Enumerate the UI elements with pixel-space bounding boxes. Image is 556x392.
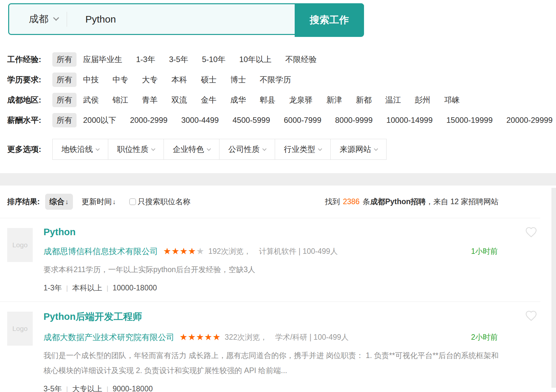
- filter-option[interactable]: 5-10年: [202, 54, 225, 65]
- scrollbar[interactable]: [551, 188, 556, 388]
- company-logo: Logo: [7, 312, 33, 346]
- filter-option[interactable]: 10000-14999: [386, 116, 432, 125]
- search-jobs-button[interactable]: 搜索工作: [295, 3, 364, 37]
- star-icon: ★: [163, 246, 171, 256]
- rating-stars: ★★★★★: [180, 333, 221, 342]
- company-line: 成都思博信科信息技术有限公司 ★★★★★ 192次浏览， 计算机软件 | 100…: [43, 246, 540, 257]
- filter-rows: 工作经验:所有应届毕业生1-3年3-5年5-10年10年以上不限经验学历要求:所…: [7, 49, 556, 130]
- chevron-down-icon: [262, 147, 267, 151]
- summary-unit: 条: [363, 197, 370, 206]
- filter-option[interactable]: 1-3年: [136, 54, 155, 65]
- filter-option[interactable]: 2000-2999: [130, 116, 167, 125]
- more-options-dropdown[interactable]: 公司性质: [219, 139, 275, 159]
- filter-option[interactable]: 新津: [326, 95, 342, 105]
- chevron-down-icon: [207, 147, 211, 151]
- filter-option[interactable]: 郫县: [260, 95, 275, 105]
- filter-option[interactable]: 金牛: [201, 95, 217, 105]
- sort-option[interactable]: 更新时间↓: [78, 194, 120, 210]
- job-title-link[interactable]: Python: [43, 227, 76, 237]
- filter-option[interactable]: 温江: [385, 95, 401, 105]
- filter-row: 学历要求:所有中技中专大专本科硕士博士不限学历: [7, 70, 556, 90]
- more-options-dropdown[interactable]: 行业类型: [275, 139, 331, 159]
- chevron-down-icon: [96, 147, 100, 151]
- filter-option[interactable]: 6000-7999: [284, 116, 321, 125]
- job-list: Logo Python 成都思博信科信息技术有限公司 ★★★★★ 192次浏览，…: [0, 218, 540, 392]
- sort-arrow-icon: ↓: [65, 198, 69, 206]
- filter-option[interactable]: 青羊: [142, 95, 158, 105]
- filter-option[interactable]: 所有: [52, 73, 77, 87]
- filter-option[interactable]: 所有: [52, 52, 77, 67]
- more-options-dropdown[interactable]: 企业特色: [164, 139, 219, 159]
- filter-option[interactable]: 博士: [230, 74, 246, 85]
- filter-label: 薪酬水平:: [7, 115, 52, 125]
- filter-option[interactable]: 不限经验: [285, 54, 317, 65]
- filter-row: 成都地区:所有武侯锦江青羊双流金牛成华郫县龙泉驿新津新都温江彭州邛崃: [7, 90, 556, 110]
- filter-option[interactable]: 10年以上: [239, 54, 271, 65]
- filter-option[interactable]: 不限学历: [260, 74, 291, 85]
- results-section: 排序结果: 综合↓更新时间↓ 只搜索职位名称 找到2386条成都Python招聘…: [0, 186, 540, 392]
- search-input[interactable]: [67, 13, 289, 25]
- star-icon: ★: [204, 332, 213, 342]
- filter-label: 成都地区:: [7, 95, 52, 105]
- filter-option[interactable]: 邛崃: [444, 95, 460, 105]
- search-section: 成都 搜索工作: [0, 0, 556, 35]
- filter-option[interactable]: 3-5年: [169, 54, 188, 65]
- dropdown-label: 地铁沿线: [61, 144, 93, 155]
- filter-option[interactable]: 所有: [52, 93, 77, 107]
- sort-arrow-icon: ↓: [113, 198, 116, 206]
- filter-option[interactable]: 20000-29999: [506, 116, 552, 125]
- filter-option[interactable]: 武侯: [83, 95, 99, 105]
- sort-option[interactable]: 综合↓: [45, 194, 73, 210]
- dropdown-label: 企业特色: [173, 144, 204, 155]
- filter-option[interactable]: 龙泉驿: [289, 95, 313, 105]
- checkbox-icon[interactable]: [129, 198, 136, 205]
- more-options-dropdown[interactable]: 来源网站: [331, 139, 386, 159]
- filter-option[interactable]: 所有: [52, 113, 77, 127]
- pipe-divider: |: [66, 385, 68, 392]
- favorite-heart-icon[interactable]: [525, 226, 538, 238]
- chevron-down-icon: [151, 147, 155, 151]
- star-icon: ★: [171, 246, 180, 256]
- filter-option[interactable]: 彭州: [415, 95, 430, 105]
- more-options-dropdown[interactable]: 职位性质: [108, 139, 164, 159]
- filter-option[interactable]: 8000-9999: [335, 116, 373, 125]
- company-link[interactable]: 成都大数据产业技术研究院有限公司: [43, 332, 174, 343]
- summary-highlight: 成都Python招聘: [370, 197, 426, 206]
- pipe-divider: |: [66, 284, 68, 292]
- filter-option[interactable]: 锦江: [113, 95, 128, 105]
- filter-option[interactable]: 15000-19999: [446, 116, 493, 125]
- company-line: 成都大数据产业技术研究院有限公司 ★★★★★ 322次浏览， 学术/科研 | 1…: [43, 332, 540, 343]
- filter-option[interactable]: 3000-4499: [181, 116, 219, 125]
- sort-label: 排序结果:: [7, 197, 45, 207]
- filter-option[interactable]: 中专: [113, 74, 128, 85]
- filter-option[interactable]: 4500-5999: [233, 116, 270, 125]
- search-box: 成都 搜索工作: [8, 3, 364, 35]
- more-options-label: 更多选项:: [7, 144, 52, 155]
- pipe-divider: |: [107, 284, 108, 292]
- filter-option[interactable]: 应届毕业生: [83, 54, 122, 65]
- job-title-link[interactable]: Python后端开发工程师: [43, 310, 142, 323]
- title-only-filter[interactable]: 只搜索职位名称: [129, 197, 190, 207]
- education-requirement: 大专以上: [72, 384, 102, 392]
- experience-requirement: 3-5年: [43, 384, 62, 392]
- filter-option[interactable]: 中技: [83, 74, 99, 85]
- company-link[interactable]: 成都思博信科信息技术有限公司: [43, 246, 158, 257]
- dropdown-label: 来源网站: [340, 144, 371, 155]
- job-card: Logo Python 成都思博信科信息技术有限公司 ★★★★★ 192次浏览，…: [0, 218, 540, 302]
- filter-option[interactable]: 大专: [142, 74, 158, 85]
- filter-option[interactable]: 双流: [171, 95, 187, 105]
- chevron-down-icon: [53, 15, 59, 21]
- filter-option[interactable]: 硕士: [201, 74, 217, 85]
- filter-label: 工作经验:: [7, 54, 52, 65]
- more-options-dropdown[interactable]: 地铁沿线: [53, 139, 108, 159]
- favorite-heart-icon[interactable]: [525, 310, 538, 322]
- filter-option[interactable]: 新都: [356, 95, 372, 105]
- education-requirement: 本科以上: [72, 283, 102, 293]
- filter-option[interactable]: 2000以下: [83, 115, 116, 125]
- industry-and-size: 计算机软件 | 100-499人: [259, 246, 338, 256]
- filter-option[interactable]: 本科: [171, 74, 187, 85]
- filter-option[interactable]: 成华: [230, 95, 246, 105]
- rating-stars: ★★★★★: [163, 247, 204, 256]
- city-selector[interactable]: 成都: [9, 12, 67, 26]
- job-card: Logo Python后端开发工程师 成都大数据产业技术研究院有限公司 ★★★★…: [0, 302, 540, 392]
